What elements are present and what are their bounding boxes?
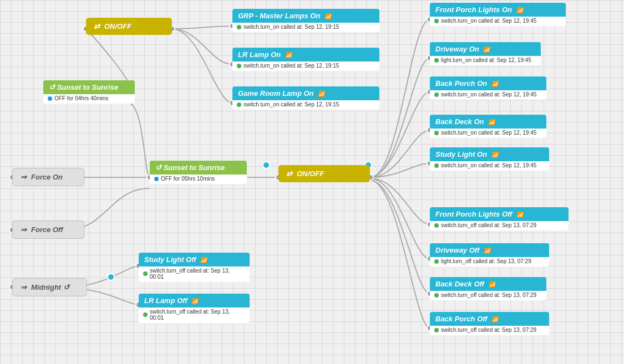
status-dot-game [237, 102, 241, 107]
study-light-on-node[interactable]: Study Light On 📶 switch.turn_on called a… [430, 147, 549, 171]
lr-lamp-off-status: switch.turn_off called at: Sep 13, 00:01 [139, 307, 250, 323]
midnight-label: Midnight ↺ [31, 283, 69, 291]
back-deck-off-status: switch.turn_off called at: Sep 13, 07:29 [430, 291, 546, 300]
arrow-icon-force-on: ⇒ [21, 173, 27, 181]
status-dot-lroff [143, 312, 148, 317]
back-deck-on-title: Back Deck On 📶 [430, 115, 546, 129]
onoff-icon-2: ⇄ [286, 170, 292, 178]
wifi-icon-fp-on: 📶 [516, 7, 523, 13]
lr-lamp-off-title: LR Lamp Off 📶 [139, 294, 250, 307]
refresh-icon-2: ↺ [155, 163, 164, 172]
status-dot-fpon [434, 19, 439, 23]
wifi-icon-lr-off: 📶 [191, 298, 198, 304]
back-deck-on-status: switch.turn_on called at: Sep 12, 19:45 [430, 129, 546, 138]
wifi-icon-bp-on: 📶 [491, 81, 498, 87]
front-porch-on-node[interactable]: Front Porch Lights On 📶 switch.turn_on c… [430, 3, 566, 26]
front-porch-on-status: switch.turn_on called at: Sep 12, 19:45 [430, 17, 566, 26]
back-porch-off-title: Back Porch Off 📶 [430, 312, 549, 326]
driveway-on-node[interactable]: Driveway On 📶 light.turn_on called at: S… [430, 42, 541, 65]
sunset-node-1[interactable]: ↺ Sunset to Sunrise OFF for 04hrs 40mins [43, 80, 135, 104]
wifi-icon-game: 📶 [318, 91, 324, 97]
back-porch-on-node[interactable]: Back Porch On 📶 switch.turn_on called at… [430, 76, 546, 100]
front-porch-off-node[interactable]: Front Porch Lights Off 📶 switch.turn_off… [430, 207, 569, 230]
status-dot-lr [237, 64, 241, 68]
status-dot-2 [154, 177, 159, 181]
study-light-off-node[interactable]: Study Light Off 📶 switch.turn_off called… [139, 253, 250, 282]
lr-lamp-on-title: LR Lamp On 📶 [232, 48, 379, 61]
study-light-off-title: Study Light Off 📶 [139, 253, 250, 266]
back-porch-off-status: switch.turn_off called at: Sep 13, 07:29 [430, 326, 549, 335]
grp-master-status: switch.turn_on called at: Sep 12, 19:15 [232, 23, 379, 32]
study-light-on-title: Study Light On 📶 [430, 147, 549, 161]
back-porch-on-status: switch.turn_on called at: Sep 12, 19:45 [430, 90, 546, 100]
wifi-icon-bp-off: 📶 [491, 316, 498, 322]
wifi-icon-dw-off: 📶 [484, 248, 490, 254]
status-dot-fpoff [434, 223, 439, 228]
sunset-title-2: ↺ Sunset to Sunrise [150, 161, 247, 175]
wifi-icon-sl-on: 📶 [491, 152, 498, 158]
status-dot-1 [48, 96, 52, 101]
front-porch-on-title: Front Porch Lights On 📶 [430, 3, 566, 17]
sunset-status-1: OFF for 04hrs 40mins [43, 94, 135, 104]
game-room-title: Game Room Lamp On 📶 [232, 86, 379, 100]
driveway-on-status: light.turn_on called at: Sep 12, 19:45 [430, 56, 541, 65]
onoff-label-2: ON/OFF [297, 170, 324, 178]
onoff-icon-1: ⇄ [94, 22, 100, 30]
sunset-status-2: OFF for 05hrs 10mins [150, 175, 247, 184]
grp-master-node[interactable]: GRP - Master Lamps On 📶 switch.turn_on c… [232, 9, 379, 32]
midnight-node[interactable]: ⇒ Midnight ↺ [12, 278, 87, 296]
status-dot-dwon [434, 58, 439, 63]
back-deck-on-node[interactable]: Back Deck On 📶 switch.turn_on called at:… [430, 115, 546, 138]
grp-master-title: GRP - Master Lamps On 📶 [232, 9, 379, 23]
front-porch-off-title: Front Porch Lights Off 📶 [430, 207, 569, 221]
back-porch-off-node[interactable]: Back Porch Off 📶 switch.turn_off called … [430, 312, 549, 335]
driveway-off-title: Driveway Off 📶 [430, 243, 549, 257]
arrow-icon-force-off: ⇒ [21, 225, 27, 234]
status-dot-bdoff [434, 293, 439, 298]
sunset-title-1: ↺ Sunset to Sunrise [43, 80, 135, 94]
wifi-icon-sl-off: 📶 [200, 257, 207, 263]
back-porch-on-title: Back Porch On 📶 [430, 76, 546, 90]
back-deck-off-title: Back Deck Off 📶 [430, 277, 546, 291]
wifi-icon-lr: 📶 [285, 52, 292, 58]
force-off-label: Force Off [31, 225, 63, 234]
lr-lamp-on-node[interactable]: LR Lamp On 📶 switch.turn_on called at: S… [232, 48, 379, 71]
wifi-icon-grp: 📶 [324, 13, 331, 19]
lr-lamp-off-node[interactable]: LR Lamp Off 📶 switch.turn_off called at:… [139, 294, 250, 323]
status-dot-grp [237, 25, 241, 29]
onoff-node-1[interactable]: ⇄ ON/OFF [86, 18, 172, 35]
status-dot-bpon [434, 93, 439, 97]
lr-lamp-on-status: switch.turn_on called at: Sep 12, 19:15 [232, 61, 379, 71]
svg-point-7 [263, 162, 270, 168]
status-dot-sloff [143, 271, 148, 276]
svg-point-19 [108, 274, 114, 280]
onoff-label-1: ON/OFF [104, 22, 131, 30]
game-room-lamp-node[interactable]: Game Room Lamp On 📶 switch.turn_on calle… [232, 86, 379, 110]
game-room-status: switch.turn_on called at: Sep 12, 19:15 [232, 100, 379, 110]
driveway-off-status: light.turn_off called at: Sep 13, 07:29 [430, 257, 549, 266]
refresh-icon-1: ↺ [49, 83, 57, 91]
status-dot-bpoff [434, 328, 439, 332]
wifi-icon-dw-on: 📶 [483, 47, 490, 53]
driveway-off-node[interactable]: Driveway Off 📶 light.turn_off called at:… [430, 243, 549, 266]
arrow-icon-midnight: ⇒ [21, 283, 27, 291]
study-light-off-status: switch.turn_off called at: Sep 13, 00:01 [139, 266, 250, 282]
status-dot-dwoff [434, 259, 439, 264]
front-porch-off-status: switch.turn_off called at: Sep 13, 07:29 [430, 221, 569, 230]
wifi-icon-bd-on: 📶 [488, 119, 495, 125]
force-on-label: Force On [31, 173, 63, 181]
onoff-node-2[interactable]: ⇄ ON/OFF [278, 165, 370, 182]
force-off-node[interactable]: ⇒ Force Off [12, 221, 84, 239]
sunset-node-2[interactable]: ↺ Sunset to Sunrise OFF for 05hrs 10mins [150, 161, 247, 184]
force-on-node[interactable]: ⇒ Force On [12, 168, 84, 186]
wifi-icon-fp-off: 📶 [516, 212, 523, 218]
study-light-on-status: switch.turn_on called at: Sep 12, 19:45 [430, 161, 549, 171]
wifi-icon-bd-off: 📶 [489, 281, 495, 288]
back-deck-off-node[interactable]: Back Deck Off 📶 switch.turn_off called a… [430, 277, 546, 300]
driveway-on-title: Driveway On 📶 [430, 42, 541, 56]
status-dot-bdon [434, 131, 439, 135]
status-dot-slon [434, 163, 439, 168]
